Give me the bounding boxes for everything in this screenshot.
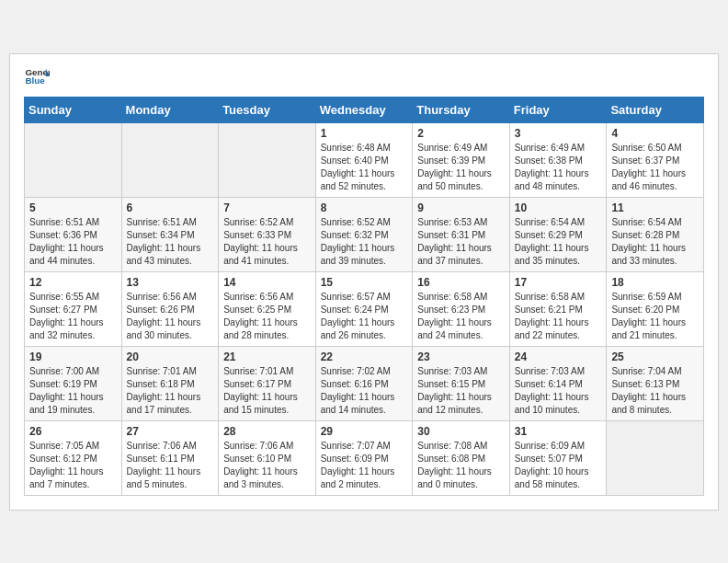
- week-row-5: 26Sunrise: 7:05 AM Sunset: 6:12 PM Dayli…: [25, 420, 704, 495]
- day-info: Sunrise: 6:54 AM Sunset: 6:28 PM Dayligh…: [611, 216, 699, 268]
- day-cell: 28Sunrise: 7:06 AM Sunset: 6:10 PM Dayli…: [219, 420, 316, 495]
- day-info: Sunrise: 6:58 AM Sunset: 6:23 PM Dayligh…: [417, 291, 505, 342]
- day-number: 3: [515, 127, 602, 140]
- logo: General Blue: [24, 63, 51, 89]
- day-cell: 8Sunrise: 6:52 AM Sunset: 6:32 PM Daylig…: [315, 197, 413, 271]
- day-cell: [219, 122, 316, 197]
- day-number: 8: [321, 201, 408, 214]
- calendar-grid: SundayMondayTuesdayWednesdayThursdayFrid…: [24, 97, 704, 496]
- day-number: 30: [417, 425, 505, 438]
- day-number: 14: [223, 276, 311, 289]
- day-number: 15: [321, 276, 408, 289]
- day-info: Sunrise: 7:00 AM Sunset: 6:19 PM Dayligh…: [29, 365, 117, 417]
- day-number: 2: [417, 127, 505, 140]
- day-number: 25: [611, 350, 699, 363]
- day-number: 1: [321, 127, 408, 140]
- day-cell: 9Sunrise: 6:53 AM Sunset: 6:31 PM Daylig…: [413, 197, 510, 271]
- weekday-header-sunday: Sunday: [25, 97, 122, 122]
- day-info: Sunrise: 6:52 AM Sunset: 6:33 PM Dayligh…: [223, 216, 311, 268]
- day-cell: 6Sunrise: 6:51 AM Sunset: 6:34 PM Daylig…: [121, 197, 219, 271]
- day-number: 17: [515, 276, 602, 289]
- day-info: Sunrise: 6:57 AM Sunset: 6:24 PM Dayligh…: [321, 291, 408, 342]
- day-number: 18: [611, 276, 699, 289]
- day-cell: 14Sunrise: 6:56 AM Sunset: 6:25 PM Dayli…: [219, 271, 316, 346]
- calendar-header: General Blue: [24, 63, 704, 89]
- day-info: Sunrise: 6:48 AM Sunset: 6:40 PM Dayligh…: [321, 142, 408, 193]
- calendar-container: General Blue SundayMondayTuesdayWednesda…: [9, 53, 719, 511]
- day-cell: 19Sunrise: 7:00 AM Sunset: 6:19 PM Dayli…: [25, 346, 122, 420]
- day-cell: 7Sunrise: 6:52 AM Sunset: 6:33 PM Daylig…: [219, 197, 316, 271]
- day-info: Sunrise: 7:01 AM Sunset: 6:17 PM Dayligh…: [223, 365, 311, 417]
- day-cell: 31Sunrise: 6:09 AM Sunset: 5:07 PM Dayli…: [509, 420, 607, 495]
- week-row-2: 5Sunrise: 6:51 AM Sunset: 6:36 PM Daylig…: [25, 197, 704, 271]
- day-cell: 23Sunrise: 7:03 AM Sunset: 6:15 PM Dayli…: [413, 346, 510, 420]
- weekday-header-wednesday: Wednesday: [315, 97, 413, 122]
- day-number: 9: [417, 201, 505, 214]
- day-number: 6: [127, 201, 214, 214]
- day-cell: [607, 420, 704, 495]
- day-cell: 13Sunrise: 6:56 AM Sunset: 6:26 PM Dayli…: [121, 271, 219, 346]
- day-number: 19: [29, 350, 117, 363]
- day-info: Sunrise: 6:51 AM Sunset: 6:36 PM Dayligh…: [29, 216, 117, 268]
- day-cell: 5Sunrise: 6:51 AM Sunset: 6:36 PM Daylig…: [25, 197, 122, 271]
- day-cell: [25, 122, 122, 197]
- svg-text:Blue: Blue: [25, 75, 45, 86]
- day-number: 11: [611, 201, 699, 214]
- day-info: Sunrise: 6:52 AM Sunset: 6:32 PM Dayligh…: [321, 216, 408, 268]
- day-info: Sunrise: 7:03 AM Sunset: 6:15 PM Dayligh…: [417, 365, 505, 417]
- day-cell: 3Sunrise: 6:49 AM Sunset: 6:38 PM Daylig…: [509, 122, 607, 197]
- weekday-header-saturday: Saturday: [607, 97, 704, 122]
- day-number: 29: [321, 425, 408, 438]
- day-number: 23: [417, 350, 505, 363]
- day-info: Sunrise: 7:04 AM Sunset: 6:13 PM Dayligh…: [611, 365, 699, 417]
- week-row-1: 1Sunrise: 6:48 AM Sunset: 6:40 PM Daylig…: [25, 122, 704, 197]
- day-info: Sunrise: 6:49 AM Sunset: 6:38 PM Dayligh…: [515, 142, 602, 193]
- day-info: Sunrise: 6:55 AM Sunset: 6:27 PM Dayligh…: [29, 291, 117, 342]
- day-cell: 16Sunrise: 6:58 AM Sunset: 6:23 PM Dayli…: [413, 271, 510, 346]
- day-number: 7: [223, 201, 311, 214]
- day-number: 31: [515, 425, 602, 438]
- day-info: Sunrise: 6:59 AM Sunset: 6:20 PM Dayligh…: [611, 291, 699, 342]
- day-cell: 18Sunrise: 6:59 AM Sunset: 6:20 PM Dayli…: [607, 271, 704, 346]
- day-cell: 22Sunrise: 7:02 AM Sunset: 6:16 PM Dayli…: [315, 346, 413, 420]
- week-row-4: 19Sunrise: 7:00 AM Sunset: 6:19 PM Dayli…: [25, 346, 704, 420]
- day-number: 26: [29, 425, 117, 438]
- day-number: 27: [127, 425, 214, 438]
- day-info: Sunrise: 7:02 AM Sunset: 6:16 PM Dayligh…: [321, 365, 408, 417]
- day-cell: 24Sunrise: 7:03 AM Sunset: 6:14 PM Dayli…: [509, 346, 607, 420]
- day-number: 21: [223, 350, 311, 363]
- day-info: Sunrise: 6:58 AM Sunset: 6:21 PM Dayligh…: [515, 291, 602, 342]
- weekday-header-monday: Monday: [121, 97, 219, 122]
- day-info: Sunrise: 6:54 AM Sunset: 6:29 PM Dayligh…: [515, 216, 602, 268]
- day-info: Sunrise: 7:05 AM Sunset: 6:12 PM Dayligh…: [29, 440, 117, 491]
- day-number: 4: [611, 127, 699, 140]
- day-info: Sunrise: 7:06 AM Sunset: 6:11 PM Dayligh…: [127, 440, 214, 491]
- day-cell: 29Sunrise: 7:07 AM Sunset: 6:09 PM Dayli…: [315, 420, 413, 495]
- day-cell: 17Sunrise: 6:58 AM Sunset: 6:21 PM Dayli…: [509, 271, 607, 346]
- day-info: Sunrise: 7:01 AM Sunset: 6:18 PM Dayligh…: [127, 365, 214, 417]
- day-info: Sunrise: 7:06 AM Sunset: 6:10 PM Dayligh…: [223, 440, 311, 491]
- week-row-3: 12Sunrise: 6:55 AM Sunset: 6:27 PM Dayli…: [25, 271, 704, 346]
- day-cell: [121, 122, 219, 197]
- day-info: Sunrise: 6:53 AM Sunset: 6:31 PM Dayligh…: [417, 216, 505, 268]
- day-cell: 30Sunrise: 7:08 AM Sunset: 6:08 PM Dayli…: [413, 420, 510, 495]
- day-number: 20: [127, 350, 214, 363]
- day-number: 12: [29, 276, 117, 289]
- weekday-header-thursday: Thursday: [413, 97, 510, 122]
- logo-icon: General Blue: [24, 63, 50, 89]
- day-info: Sunrise: 7:07 AM Sunset: 6:09 PM Dayligh…: [321, 440, 408, 491]
- day-number: 13: [127, 276, 214, 289]
- day-cell: 10Sunrise: 6:54 AM Sunset: 6:29 PM Dayli…: [509, 197, 607, 271]
- day-cell: 26Sunrise: 7:05 AM Sunset: 6:12 PM Dayli…: [25, 420, 122, 495]
- day-cell: 12Sunrise: 6:55 AM Sunset: 6:27 PM Dayli…: [25, 271, 122, 346]
- day-cell: 11Sunrise: 6:54 AM Sunset: 6:28 PM Dayli…: [607, 197, 704, 271]
- day-number: 28: [223, 425, 311, 438]
- day-number: 16: [417, 276, 505, 289]
- day-number: 24: [515, 350, 602, 363]
- day-number: 10: [515, 201, 602, 214]
- day-info: Sunrise: 6:56 AM Sunset: 6:26 PM Dayligh…: [127, 291, 214, 342]
- day-cell: 25Sunrise: 7:04 AM Sunset: 6:13 PM Dayli…: [607, 346, 704, 420]
- weekday-header-friday: Friday: [509, 97, 607, 122]
- day-cell: 20Sunrise: 7:01 AM Sunset: 6:18 PM Dayli…: [121, 346, 219, 420]
- day-cell: 27Sunrise: 7:06 AM Sunset: 6:11 PM Dayli…: [121, 420, 219, 495]
